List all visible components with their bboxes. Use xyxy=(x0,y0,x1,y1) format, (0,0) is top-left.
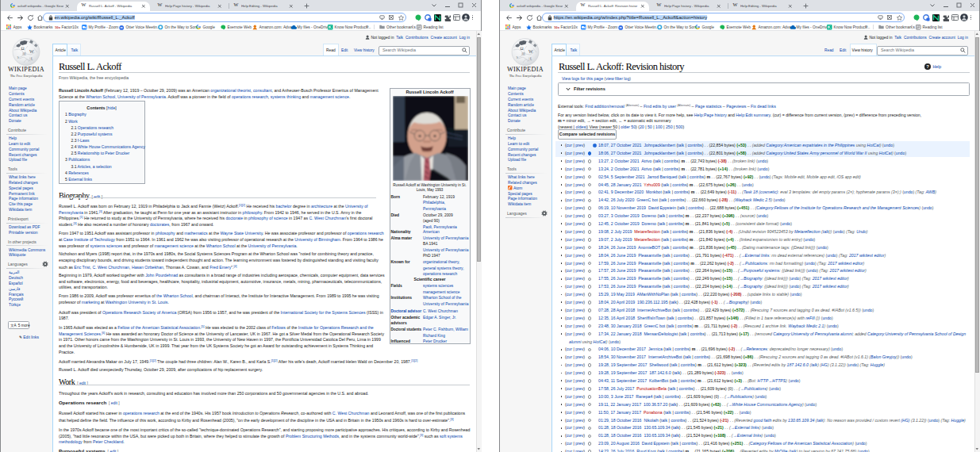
svg-text:W: W xyxy=(29,49,34,54)
svg-text:ع: ع xyxy=(530,56,532,60)
svg-text:旦: 旦 xyxy=(522,52,526,56)
svg-text:ع: ع xyxy=(31,56,33,60)
svg-text:Ω: Ω xyxy=(521,46,524,51)
svg-text:Ω: Ω xyxy=(21,46,25,51)
svg-text:W: W xyxy=(528,49,533,54)
svg-text:旦: 旦 xyxy=(23,52,27,56)
